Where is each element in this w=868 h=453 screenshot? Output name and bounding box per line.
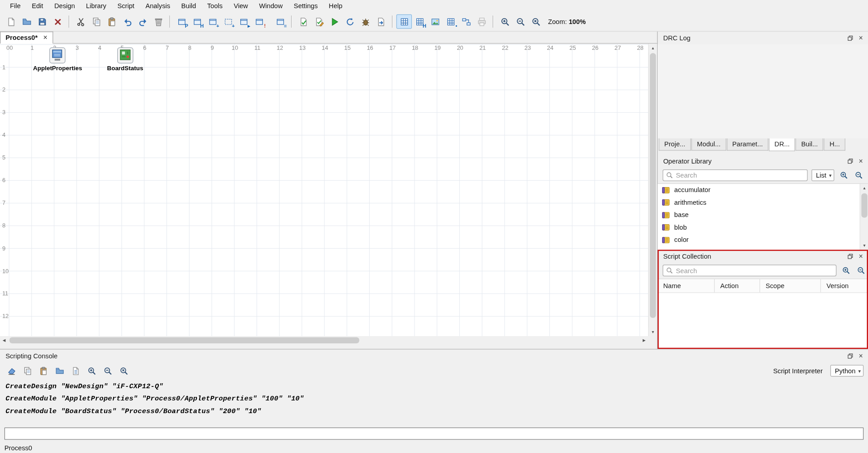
console-zoom-in-button[interactable] <box>86 365 98 377</box>
scroll-up-icon[interactable]: ▲ <box>860 184 868 192</box>
list-item-base[interactable]: base <box>658 209 868 222</box>
operator-search-input[interactable] <box>676 171 805 179</box>
operator-zoom-out-button[interactable] <box>853 170 864 181</box>
menu-build[interactable]: Build <box>176 0 201 12</box>
canvas-horizontal-scrollbar[interactable]: ◀ ▶ <box>0 336 648 344</box>
horizontal-scroll-thumb[interactable] <box>10 337 359 343</box>
scroll-up-icon[interactable]: ▲ <box>649 44 657 52</box>
design-rules-check-button[interactable] <box>296 14 311 29</box>
print-button[interactable] <box>474 14 489 29</box>
module-applet-properties[interactable]: AppletProperties <box>33 47 82 72</box>
rebuild-button[interactable] <box>342 14 358 29</box>
scroll-down-icon[interactable]: ▼ <box>860 241 868 250</box>
view-mode-dropdown[interactable]: List ▾ <box>811 169 834 181</box>
copy-button[interactable] <box>89 14 104 29</box>
console-command-input[interactable] <box>5 428 863 440</box>
console-save-log-button[interactable] <box>70 365 82 377</box>
redo-button[interactable] <box>135 14 150 29</box>
build-run-button[interactable] <box>327 14 342 29</box>
tab-process0[interactable]: Process0* × <box>0 32 53 44</box>
list-item-accumulator[interactable]: accumulator <box>658 184 868 197</box>
flow-view-button[interactable] <box>458 14 474 29</box>
script-search-input[interactable] <box>676 267 833 275</box>
new-design-button[interactable] <box>3 14 19 29</box>
float-panel-button[interactable] <box>846 34 855 43</box>
toggle-snap-grid-button[interactable] <box>443 14 458 29</box>
float-panel-button[interactable] <box>846 252 855 261</box>
list-item-blob[interactable]: blob <box>658 221 868 234</box>
dock-tab-project[interactable]: Proje... <box>659 139 691 151</box>
zoom-reset-button[interactable] <box>528 14 544 29</box>
module-properties-button[interactable] <box>272 14 288 29</box>
export-applet-button[interactable] <box>373 14 388 29</box>
cut-button[interactable] <box>73 14 88 29</box>
dock-tab-parameters[interactable]: Paramet... <box>727 139 768 151</box>
analysis-button[interactable] <box>358 14 373 29</box>
console-zoom-reset-button[interactable] <box>118 365 130 377</box>
script-interpreter-dropdown[interactable]: Python ▾ <box>830 365 863 377</box>
toggle-grid-view-button[interactable] <box>396 14 412 29</box>
zoom-out-button[interactable] <box>513 14 528 29</box>
paste-button[interactable] <box>104 14 119 29</box>
menu-analysis[interactable]: Analysis <box>140 0 176 12</box>
float-panel-button[interactable] <box>846 352 855 361</box>
dock-tab-build[interactable]: Buil... <box>796 139 823 151</box>
delete-button[interactable] <box>151 14 166 29</box>
dock-tab-module[interactable]: Modul... <box>692 139 726 151</box>
menu-edit[interactable]: Edit <box>26 0 49 12</box>
close-panel-button[interactable]: × <box>856 352 865 361</box>
dock-tab-help[interactable]: H... <box>824 139 845 151</box>
console-copy-button[interactable] <box>22 365 34 377</box>
clear-console-button[interactable] <box>5 365 18 377</box>
script-search-box[interactable] <box>663 265 836 276</box>
undo-button[interactable] <box>119 14 135 29</box>
menu-file[interactable]: File <box>5 0 26 12</box>
console-paste-button[interactable] <box>38 365 50 377</box>
operator-search-box[interactable] <box>663 169 807 181</box>
image-display-button[interactable] <box>427 14 443 29</box>
console-zoom-out-button[interactable] <box>102 365 114 377</box>
canvas-vertical-scrollbar[interactable]: ▲ ▼ <box>648 44 657 336</box>
close-design-button[interactable] <box>50 14 65 29</box>
close-panel-button[interactable]: × <box>856 252 865 261</box>
dock-tab-drc[interactable]: DR... <box>769 139 795 151</box>
close-panel-button[interactable]: × <box>856 34 865 43</box>
vertical-scroll-thumb[interactable] <box>861 193 867 218</box>
list-item-arithmetics[interactable]: arithmetics <box>658 196 868 209</box>
menu-help[interactable]: Help <box>323 0 348 12</box>
zoom-in-button[interactable] <box>497 14 512 29</box>
script-zoom-in-button[interactable] <box>840 265 851 276</box>
menu-settings[interactable]: Settings <box>288 0 324 12</box>
design-canvas[interactable]: 0012345678910111213141516171819202122232… <box>0 44 648 336</box>
operator-zoom-in-button[interactable] <box>838 170 849 181</box>
protect-box-button[interactable] <box>251 14 267 29</box>
column-header-action[interactable]: Action <box>715 279 760 292</box>
menu-tools[interactable]: Tools <box>201 0 228 12</box>
open-design-button[interactable] <box>19 14 34 29</box>
new-hierarchical-box-button[interactable] <box>189 14 205 29</box>
menu-script[interactable]: Script <box>112 0 140 12</box>
toggle-resource-view-button[interactable] <box>412 14 427 29</box>
scroll-right-icon[interactable]: ▶ <box>640 336 648 344</box>
menu-design[interactable]: Design <box>49 0 81 12</box>
save-design-button[interactable] <box>34 14 50 29</box>
list-item-color[interactable]: color <box>658 234 868 246</box>
add-port-button[interactable] <box>236 14 251 29</box>
close-panel-button[interactable]: × <box>856 156 865 165</box>
menu-window[interactable]: Window <box>253 0 288 12</box>
add-comment-box-button[interactable] <box>220 14 236 29</box>
float-panel-button[interactable] <box>846 156 855 165</box>
script-zoom-out-button[interactable] <box>855 265 866 276</box>
tab-close-icon[interactable]: × <box>43 34 47 41</box>
scroll-left-icon[interactable]: ◀ <box>0 336 8 344</box>
module-board-status[interactable]: BoardStatus <box>107 47 143 72</box>
column-header-name[interactable]: Name <box>658 279 715 292</box>
column-header-scope[interactable]: Scope <box>760 279 821 292</box>
menu-library[interactable]: Library <box>81 0 112 12</box>
design-rules-check2-button[interactable] <box>311 14 326 29</box>
console-open-script-button[interactable] <box>54 365 66 377</box>
new-process-button[interactable] <box>174 14 189 29</box>
vertical-scroll-thumb[interactable] <box>650 53 656 318</box>
column-header-version[interactable]: Version <box>821 279 868 292</box>
menu-view[interactable]: View <box>228 0 253 12</box>
